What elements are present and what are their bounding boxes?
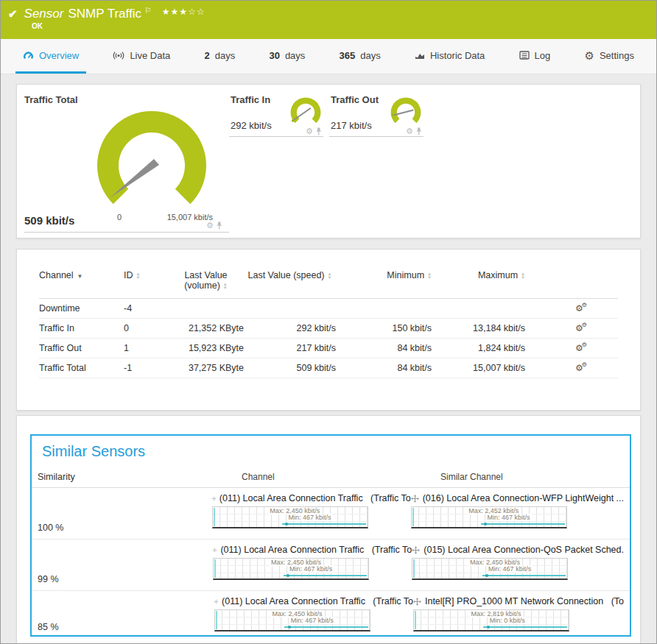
channel-settings-gears-icon[interactable]: ⚙⚙ (575, 304, 589, 313)
move-crosshair-icon (214, 598, 218, 606)
pin-icon[interactable] (315, 127, 322, 135)
tab-365-days[interactable]: 365 days (332, 39, 388, 74)
table-row-downtime: Downtime -4 ⚙⚙ (39, 299, 618, 319)
tab-label: Log (535, 50, 551, 61)
sort-icon: ▲▼ (223, 283, 228, 290)
gear-icon: ⚙ (584, 50, 594, 61)
channel-settings-gears-icon[interactable]: ⚙⚙ (575, 344, 589, 353)
similar-channel-minigraph[interactable]: Max: 2,450 kbit/s Min: 467 kbit/s (412, 558, 568, 580)
tab-overview[interactable]: Overview (15, 39, 86, 74)
channel-table: Channel▼ ID▲▼ Last Value (volume)▲▼ Last… (39, 264, 618, 378)
cell-speed: 217 kbit/s (244, 343, 336, 353)
tab-log[interactable]: Log (512, 39, 558, 74)
cell-volume: 37,275 KByte (168, 363, 244, 373)
cell-minimum: 84 kbit/s (336, 343, 432, 353)
gauge-out-actions: ⚙ (406, 127, 422, 135)
channel-name: (016) Local Area Connection-WFP LightWei… (423, 493, 624, 503)
similar-channel-link[interactable]: (015) Local Area Connection-QoS Packet S… (412, 544, 624, 556)
spark-line (284, 575, 368, 576)
channel-name: (015) Local Area Connection-QoS Packet S… (424, 545, 624, 555)
spark-start-line (415, 611, 416, 629)
channel-name: (011) Local Area Connection Traffic (Tra… (219, 493, 411, 503)
sort-icon: ▲▼ (521, 272, 525, 280)
stars-filled[interactable]: ★★★ (162, 7, 188, 17)
divider (24, 232, 229, 233)
cell-maximum: 13,184 kbit/s (432, 323, 525, 333)
spark-start-line (214, 508, 215, 526)
cell-minimum: 150 kbit/s (336, 323, 432, 333)
tab-historic-data[interactable]: Historic Data (407, 39, 492, 74)
spark-dot (484, 523, 487, 526)
channel-name: (011) Local Area Connection Traffic (Tra… (220, 545, 412, 555)
spark-line (284, 626, 368, 628)
channel-link[interactable]: (011) Local Area Connection Traffic (Tra… (212, 492, 411, 504)
channel-table-header: Channel▼ ID▲▼ Last Value (volume)▲▼ Last… (39, 264, 618, 299)
gear-icon[interactable]: ⚙ (306, 127, 313, 135)
cell-channel: Downtime (39, 303, 124, 314)
table-row-traffic-total: Traffic Total -1 37,275 KByte 509 kbit/s… (39, 358, 618, 378)
spark-start-line (214, 559, 216, 578)
channel-minigraph[interactable]: Max: 2,450 kbit/s Min: 467 kbit/s (213, 558, 369, 580)
similar-sensors-header: Similarity Channel Similar Channel (32, 472, 630, 488)
gauges-panel: Traffic Total 0 15,007 kbit/s 509 kbit/s… (16, 84, 641, 238)
col-header-last-value-speed[interactable]: Last Value (speed)▲▼ (244, 270, 336, 280)
gear-icon[interactable]: ⚙ (206, 222, 214, 230)
spark-line (482, 575, 566, 576)
prtg-sensor-page: ✔ Sensor SNMP Traffic ⚐ ★★★☆☆ OK Overvie… (0, 0, 657, 644)
gauge-out-value: 217 kbit/s (331, 120, 372, 131)
tab-30-days[interactable]: 30 days (261, 39, 312, 74)
spark-dot (485, 574, 488, 577)
similar-channel-link[interactable]: Intel[R] PRO_1000 MT Network Connection … (413, 595, 624, 607)
move-crosshair-icon (411, 495, 419, 503)
tab-settings[interactable]: ⚙ Settings (577, 39, 641, 74)
historic-chart-icon (415, 51, 425, 60)
similar-sensor-row: 85 % (011) Local Area Connection Traffic… (32, 591, 630, 638)
channel-minigraph[interactable]: Max: 2,450 kbit/s Min: 467 kbit/s (212, 506, 368, 528)
pin-icon[interactable] (415, 127, 422, 135)
channel-link[interactable]: (011) Local Area Connection Traffic (Tra… (214, 595, 413, 607)
tab-label: days (285, 50, 305, 61)
cell-volume: 21,352 KByte (168, 323, 244, 333)
gear-icon[interactable]: ⚙ (406, 127, 413, 135)
channel-settings-gears-icon[interactable]: ⚙⚙ (575, 364, 589, 372)
col-header-similarity: Similarity (38, 472, 242, 482)
tab-2-days[interactable]: 2 days (197, 39, 243, 74)
tab-number: 365 (340, 50, 356, 61)
similar-channel-minigraph[interactable]: Max: 2,452 kbit/s Min: 467 kbit/s (411, 506, 567, 528)
tab-live-data[interactable]: Live Data (105, 39, 178, 74)
similar-sensors-panel: Similar Sensors Similarity Channel Simil… (16, 415, 641, 644)
cell-channel: Traffic Total (39, 363, 124, 373)
col-header-id[interactable]: ID▲▼ (124, 270, 168, 280)
col-header-last-value-volume[interactable]: Last Value (volume)▲▼ (168, 270, 244, 291)
move-crosshair-icon (413, 598, 421, 606)
sort-icon: ▲▼ (328, 272, 332, 280)
tab-label: Overview (39, 50, 79, 61)
similar-sensors-title: Similar Sensors (42, 443, 630, 460)
spark-min-label: Min: 467 kbit/s (287, 514, 333, 521)
tab-label: days (215, 50, 235, 61)
col-header-channel: Channel (242, 472, 440, 482)
channel-link[interactable]: (011) Local Area Connection Traffic (Tra… (213, 544, 412, 556)
similarity-value: 99 % (38, 544, 213, 590)
stars-empty[interactable]: ☆☆ (188, 7, 205, 17)
col-header-channel[interactable]: Channel▼ (39, 270, 124, 280)
similar-channel-link[interactable]: (016) Local Area Connection-WFP LightWei… (411, 492, 624, 504)
spark-min-label: Min: 467 kbit/s (487, 565, 533, 573)
spark-min-label: Min: 0 kbit/s (488, 617, 527, 624)
col-header-minimum[interactable]: Minimum▲▼ (336, 270, 432, 280)
similar-channel-minigraph[interactable]: Max: 2,819 kbit/s Min: 0 kbit/s (413, 609, 569, 631)
table-row-traffic-in: Traffic In 0 21,352 KByte 292 kbit/s 150… (39, 319, 618, 339)
pin-icon[interactable] (216, 222, 222, 230)
spark-dot (288, 626, 291, 629)
gauge-out-title: Traffic Out (331, 94, 379, 105)
move-crosshair-icon (412, 546, 420, 554)
channel-minigraph[interactable]: Max: 2,450 kbit/s Min: 467 kbit/s (214, 609, 370, 631)
priority-stars[interactable]: ★★★☆☆ (162, 7, 205, 17)
similar-sensor-row: 99 % (011) Local Area Connection Traffic… (32, 539, 630, 591)
col-header-maximum[interactable]: Maximum▲▼ (432, 270, 525, 280)
col-header-similar-channel: Similar Channel (440, 472, 624, 482)
flag-icon[interactable]: ⚐ (144, 6, 152, 15)
cell-speed: 509 kbit/s (244, 363, 336, 373)
cell-id: 0 (124, 323, 168, 333)
channel-settings-gears-icon[interactable]: ⚙⚙ (575, 324, 589, 333)
